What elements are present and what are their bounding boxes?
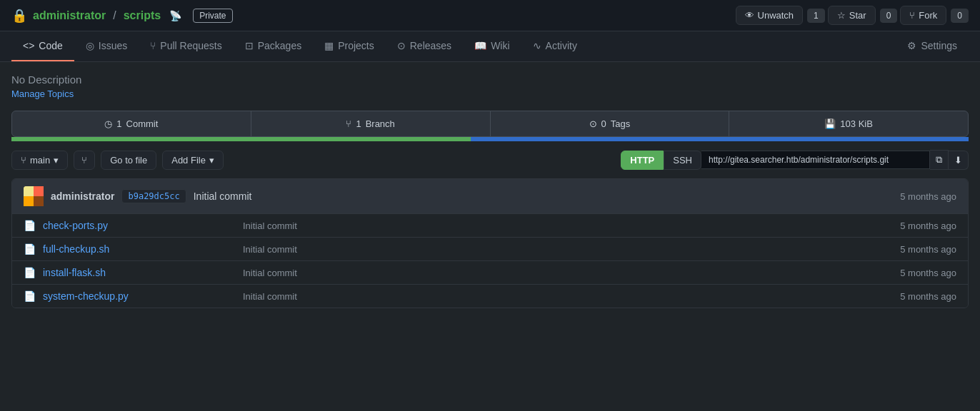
toolbar-right: HTTP SSH ⧉ ⬇ bbox=[621, 150, 969, 170]
fork-button[interactable]: ⑂ Fork bbox=[900, 6, 946, 25]
compare-button[interactable]: ⑂ bbox=[74, 151, 95, 170]
file-time: 5 months ago bbox=[849, 244, 956, 255]
repo-separator: / bbox=[113, 9, 116, 22]
svg-rect-2 bbox=[34, 186, 44, 196]
repo-name[interactable]: scripts bbox=[124, 9, 161, 22]
commits-icon: ◷ bbox=[104, 118, 112, 129]
file-time: 5 months ago bbox=[849, 291, 956, 302]
download-button[interactable]: ⬇ bbox=[949, 151, 969, 170]
tab-wiki[interactable]: 📖 Wiki bbox=[463, 31, 521, 61]
tab-packages-label: Packages bbox=[258, 40, 301, 51]
fork-count: 0 bbox=[951, 9, 969, 23]
table-row: 📄 check-ports.py Initial commit 5 months… bbox=[12, 214, 968, 238]
ssh-button[interactable]: SSH bbox=[664, 151, 701, 170]
branch-icon: ⑂ bbox=[21, 155, 26, 166]
tab-wiki-label: Wiki bbox=[491, 40, 509, 51]
issues-icon: ◎ bbox=[86, 40, 94, 51]
star-button[interactable]: ☆ Star bbox=[828, 6, 876, 25]
file-commit-msg: Initial commit bbox=[243, 220, 849, 231]
tags-count: 0 bbox=[601, 118, 606, 129]
progress-green bbox=[11, 137, 471, 141]
file-name[interactable]: system-checkup.py bbox=[43, 290, 243, 302]
repo-owner[interactable]: administrator bbox=[33, 9, 106, 22]
commit-header: administrator b9a29dc5cc Initial commit … bbox=[12, 179, 968, 214]
svg-rect-3 bbox=[34, 196, 44, 206]
activity-icon: ∿ bbox=[533, 40, 541, 51]
commit-message: Initial commit bbox=[194, 191, 252, 202]
branches-icon: ⑂ bbox=[346, 118, 351, 129]
clone-url-input[interactable] bbox=[701, 151, 930, 169]
branches-label: Branch bbox=[366, 118, 395, 129]
branch-selector[interactable]: ⑂ main ▾ bbox=[11, 151, 68, 170]
tab-code-label: Code bbox=[39, 40, 62, 51]
file-name[interactable]: full-checkup.sh bbox=[43, 243, 243, 255]
tab-packages[interactable]: ⊡ Packages bbox=[234, 31, 313, 61]
tab-pull-requests[interactable]: ⑂ Pull Requests bbox=[139, 31, 233, 61]
tags-icon: ⊙ bbox=[589, 118, 597, 129]
add-file-label: Add File bbox=[171, 155, 206, 166]
main-content: No Description Manage Topics ◷ 1 Commit … bbox=[0, 62, 980, 320]
star-icon: ☆ bbox=[837, 10, 846, 21]
unwatch-button[interactable]: 👁 Unwatch bbox=[736, 6, 804, 25]
table-row: 📄 full-checkup.sh Initial commit 5 month… bbox=[12, 238, 968, 261]
tags-stat[interactable]: ⊙ 0 Tags bbox=[491, 111, 730, 136]
file-name[interactable]: check-ports.py bbox=[43, 220, 243, 231]
unwatch-label: Unwatch bbox=[758, 10, 794, 21]
file-icon: 📄 bbox=[24, 243, 36, 255]
progress-bar bbox=[11, 137, 969, 141]
size-value: 103 KiB bbox=[840, 118, 873, 129]
go-to-file-button[interactable]: Go to file bbox=[101, 151, 156, 170]
branches-stat[interactable]: ⑂ 1 Branch bbox=[251, 111, 491, 136]
file-name[interactable]: install-flask.sh bbox=[43, 267, 243, 278]
manage-topics-link[interactable]: Manage Topics bbox=[11, 88, 969, 99]
committer-name[interactable]: administrator bbox=[51, 191, 114, 202]
tab-activity[interactable]: ∿ Activity bbox=[521, 31, 589, 61]
commit-hash[interactable]: b9a29dc5cc bbox=[121, 189, 186, 203]
star-label: Star bbox=[849, 10, 866, 21]
size-icon: 💾 bbox=[824, 118, 836, 129]
commits-stat[interactable]: ◷ 1 Commit bbox=[12, 111, 251, 136]
pull-requests-icon: ⑂ bbox=[150, 40, 156, 51]
settings-label: Settings bbox=[921, 40, 957, 51]
code-icon: <> bbox=[23, 40, 34, 51]
top-actions: 👁 Unwatch 1 ☆ Star 0 ⑂ Fork 0 bbox=[736, 6, 969, 25]
wiki-icon: 📖 bbox=[474, 40, 486, 51]
file-commit-msg: Initial commit bbox=[243, 244, 849, 255]
toolbar-left: ⑂ main ▾ ⑂ Go to file Add File ▾ bbox=[11, 151, 224, 170]
private-badge: Private bbox=[193, 9, 232, 23]
table-row: 📄 install-flask.sh Initial commit 5 mont… bbox=[12, 261, 968, 285]
toolbar: ⑂ main ▾ ⑂ Go to file Add File ▾ HTTP SS… bbox=[11, 141, 969, 178]
lock-icon: 🔒 bbox=[11, 8, 27, 24]
stats-bar: ◷ 1 Commit ⑂ 1 Branch ⊙ 0 Tags 💾 103 KiB bbox=[11, 111, 969, 137]
file-icon: 📄 bbox=[24, 220, 36, 231]
add-file-chevron: ▾ bbox=[209, 155, 214, 166]
copy-url-button[interactable]: ⧉ bbox=[930, 150, 949, 170]
fork-label: Fork bbox=[919, 10, 937, 21]
nav-tabs: <> Code ◎ Issues ⑂ Pull Requests ⊡ Packa… bbox=[0, 31, 980, 62]
tab-code[interactable]: <> Code bbox=[11, 31, 74, 61]
tab-projects[interactable]: ▦ Projects bbox=[313, 31, 386, 61]
http-ssh-group: HTTP SSH ⧉ ⬇ bbox=[621, 150, 969, 170]
tab-issues[interactable]: ◎ Issues bbox=[74, 31, 139, 61]
progress-blue bbox=[471, 137, 969, 141]
repo-description: No Description bbox=[11, 73, 969, 86]
tab-issues-label: Issues bbox=[99, 40, 127, 51]
http-button[interactable]: HTTP bbox=[621, 151, 664, 170]
file-table: administrator b9a29dc5cc Initial commit … bbox=[11, 178, 969, 308]
rss-icon[interactable]: 📡 bbox=[169, 10, 181, 21]
branches-count: 1 bbox=[356, 118, 361, 129]
add-file-button[interactable]: Add File ▾ bbox=[162, 151, 224, 170]
releases-icon: ⊙ bbox=[397, 40, 406, 51]
commits-label: Commit bbox=[126, 118, 159, 129]
chevron-down-icon: ▾ bbox=[54, 155, 59, 166]
avatar[interactable] bbox=[24, 186, 44, 206]
file-time: 5 months ago bbox=[849, 220, 956, 231]
tab-settings[interactable]: ⚙ Settings bbox=[896, 31, 969, 61]
unwatch-count: 1 bbox=[807, 9, 825, 23]
tab-releases[interactable]: ⊙ Releases bbox=[386, 31, 463, 61]
file-commit-msg: Initial commit bbox=[243, 291, 849, 302]
file-icon: 📄 bbox=[24, 267, 36, 278]
file-commit-msg: Initial commit bbox=[243, 268, 849, 278]
branch-name: main bbox=[30, 155, 50, 166]
star-count: 0 bbox=[880, 9, 898, 23]
